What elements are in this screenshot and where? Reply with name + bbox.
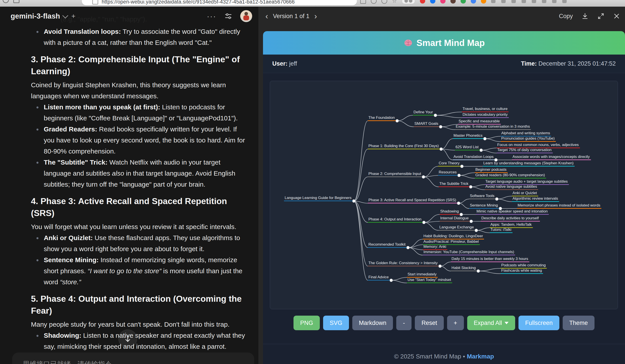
mindmap-node[interactable]: Memory: Anki (423, 244, 447, 250)
theme-button[interactable]: Theme (563, 316, 594, 330)
mindmap-node[interactable]: Specific and measurable (458, 119, 501, 125)
mindmap-node[interactable]: Avoid Translation Loops (453, 154, 495, 160)
fullscreen-button[interactable]: Fullscreen (518, 316, 559, 330)
mindmap-node[interactable]: Sentence Mining (469, 203, 499, 209)
mindmap-node[interactable]: Associate words with images/concepts dir… (512, 154, 591, 160)
browser-toolbar-icon[interactable] (562, 0, 567, 3)
mindmap-node[interactable]: Recommended Toolkit (368, 242, 407, 248)
chat-block-bullet: The "Subtitle" Trick: Watch Netflix with… (31, 157, 247, 190)
mindmap-node[interactable]: Use "Start Today" mindset (407, 278, 452, 283)
search-icon[interactable] (381, 0, 387, 4)
mindmap-node[interactable]: Habit Building: Duolingo, LingoDeer (423, 234, 484, 239)
expand-fullscreen-icon[interactable] (597, 12, 605, 20)
mindmap-node[interactable]: 625 Word List (455, 145, 480, 150)
mindmap-node[interactable]: Language Exchange (439, 225, 475, 231)
mindmap-node[interactable]: Target 75% of daily conversation (497, 147, 553, 153)
overflow-menu-icon[interactable]: ··· (207, 12, 216, 21)
png-button[interactable]: PNG (293, 316, 320, 330)
expand-all-button[interactable]: Expand All (467, 316, 515, 330)
mindmap-node[interactable]: Algorithmic review intervals (512, 196, 559, 202)
mindmap-node[interactable]: Anki or Quizlet (512, 191, 538, 196)
mindmap-node[interactable]: Tutors: iTalki (490, 227, 512, 233)
mindmap-node[interactable]: The Golden Rule: Consistency > Intensity (368, 261, 439, 266)
extension-icon[interactable] (481, 0, 486, 3)
mindmap-node[interactable]: Mimic native speaker speed and intonatio… (476, 209, 549, 215)
mindmap-node[interactable]: Describe daily activities to yourself (481, 216, 540, 222)
browser-toolbar-icon[interactable] (501, 0, 506, 3)
mindmap-node[interactable]: Dictates vocabulary priority (462, 112, 509, 118)
address-bar[interactable]: https://open-webui.yangtzedaidata.site/c… (82, 0, 357, 5)
mindmap-node[interactable]: Learn by understanding messages (Stephen… (483, 161, 575, 167)
extension-icon[interactable] (440, 0, 445, 3)
close-icon[interactable] (613, 13, 620, 20)
version-label: Version 1 of 1 (273, 13, 310, 20)
mindmap-node[interactable]: Daily 15 minutes is better than weekly 3… (451, 256, 529, 262)
link-icon[interactable] (371, 0, 376, 4)
reset-button[interactable]: Reset (415, 316, 444, 330)
mindmap-node[interactable]: Start immediately (407, 272, 438, 278)
mindmap-node[interactable]: Flashcards while waiting (500, 268, 543, 274)
download-icon[interactable] (581, 12, 589, 20)
mindmap-node[interactable]: Core Theory (438, 161, 461, 167)
mindmap-node[interactable]: Software Tools (469, 194, 496, 199)
model-selector[interactable]: gemini-3-flash (11, 12, 60, 20)
mindmap-node[interactable]: Phase 3: Active Recall and Spaced Repeti… (368, 198, 457, 203)
extension-icon[interactable] (471, 0, 476, 3)
mindmap-node[interactable]: Example: 5-minute conversation in 3 mont… (455, 124, 531, 130)
mindmap-node[interactable]: Travel, business, or culture (462, 107, 508, 112)
markdown-button[interactable]: Markdown (352, 316, 393, 330)
mindmap-node[interactable]: Avoid native language subtitles (485, 184, 538, 190)
mindmap-node[interactable]: Shadowing (439, 209, 460, 215)
markmap-link[interactable]: Markmap (467, 353, 494, 360)
mindmap-node[interactable]: Memorize short phrases instead of isolat… (517, 203, 601, 209)
mindmap-node[interactable]: Podcasts while commuting (500, 263, 547, 269)
scroll-to-bottom-button[interactable] (119, 330, 137, 348)
mindmap-node[interactable]: The Foundation (368, 115, 396, 121)
mindmap-node[interactable]: Beginner podcasts (475, 167, 508, 173)
user-avatar[interactable] (240, 10, 252, 22)
browser-toolbar-icon[interactable] (542, 0, 546, 3)
chat-input-box[interactable]: 思维接口已就绪，请传输指令。 (12, 353, 254, 364)
mindmap-node[interactable]: Habit Stacking (451, 265, 477, 271)
mindmap-node[interactable]: Language Learning Guide for Beginners (284, 196, 352, 201)
version-prev-button[interactable]: ‹ (265, 13, 268, 19)
mindmap-node[interactable]: Final Advice (368, 275, 390, 280)
extension-icon[interactable] (420, 0, 425, 3)
extension-icon[interactable] (450, 0, 456, 3)
copy-button[interactable]: Copy (559, 13, 573, 20)
mindmap-node[interactable]: Internal Dialogue (439, 216, 470, 222)
mindmap-node[interactable]: SMART Goals (414, 121, 439, 127)
extension-icon[interactable] (430, 0, 435, 3)
mindmap-node[interactable]: Resources (438, 170, 458, 176)
reload-icon[interactable] (3, 0, 9, 3)
browser-toolbar-icon[interactable] (511, 0, 516, 3)
mindmap-node[interactable]: The Subtitle Trick (439, 181, 469, 187)
controls-sliders-icon[interactable] (224, 12, 233, 21)
mindmap-node[interactable]: Phase 1: Building the Core (First 30 Day… (368, 143, 440, 149)
svg-button[interactable]: SVG (323, 316, 349, 330)
browser-toolbar-icon[interactable] (491, 0, 496, 3)
profile-pill[interactable] (402, 0, 415, 4)
bookmark-star-icon[interactable]: ☆ (392, 0, 397, 3)
mindmap-node[interactable]: Define Your (413, 110, 434, 115)
mindmap-node[interactable]: Graded readers (80-90% comprehension) (475, 173, 546, 178)
browser-toolbar-icon[interactable] (532, 0, 536, 3)
--button[interactable]: + (447, 316, 464, 330)
browser-toolbar-icon[interactable] (522, 0, 526, 3)
extension-icon[interactable] (461, 0, 466, 3)
tab-overview-icon[interactable] (13, 0, 19, 3)
split-view-icon[interactable] (360, 0, 366, 4)
--button[interactable]: - (396, 316, 411, 330)
mindmap-node[interactable]: Phase 2: Comprehensible Input (368, 171, 422, 177)
chevron-down-icon[interactable] (62, 13, 68, 19)
mindmap-node[interactable]: Alphabet and writing systems (500, 131, 551, 137)
browser-toolbar-icon[interactable] (552, 0, 557, 3)
mindmap-node[interactable]: Master Phonetics (453, 133, 484, 139)
mindmap-node[interactable]: Phase 4: Output and Interaction (368, 217, 423, 223)
version-next-button[interactable]: › (314, 13, 317, 19)
mindmap-node[interactable]: Pronunciation guides (YouTube) (500, 136, 556, 142)
user-info: User: jeff (272, 60, 297, 67)
mindmap-node[interactable]: Immersion: YouTube (Comprehensible Input… (423, 250, 515, 255)
new-chat-button[interactable]: + (71, 12, 76, 20)
mindmap-canvas[interactable]: Language Learning Guide for BeginnersThe… (270, 81, 618, 309)
